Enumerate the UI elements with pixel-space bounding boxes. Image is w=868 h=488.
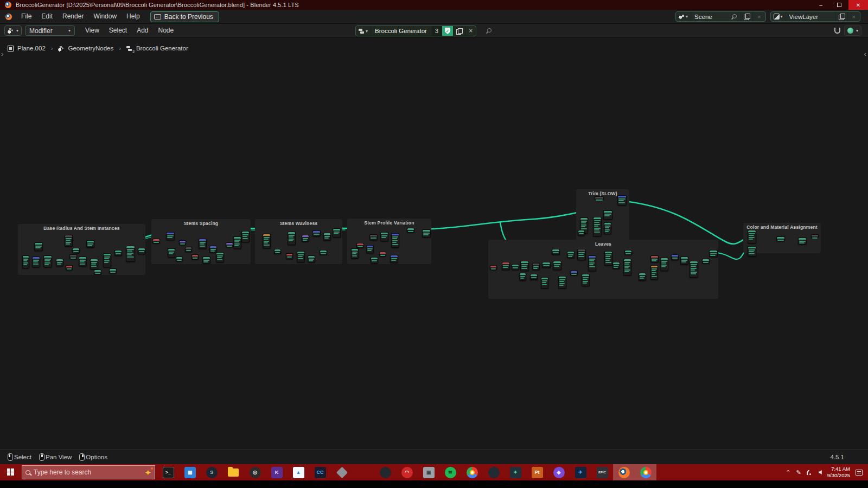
new-tree-button[interactable] (454, 26, 465, 36)
node[interactable] (582, 274, 590, 286)
node[interactable] (422, 229, 431, 237)
node[interactable] (578, 230, 585, 236)
node[interactable] (407, 228, 414, 233)
node[interactable] (639, 273, 646, 281)
taskbar-app-epic-games[interactable]: EPIC (591, 464, 613, 480)
volume-icon[interactable] (819, 470, 822, 474)
editor-menu-add[interactable]: Add (132, 24, 153, 37)
node[interactable] (43, 255, 52, 267)
search-input[interactable] (34, 468, 120, 476)
breadcrumb-item[interactable]: Broccoli Generator (136, 45, 188, 52)
node[interactable] (152, 239, 160, 243)
node[interactable] (126, 246, 135, 262)
node-graph[interactable]: › ‹ Plane.002›GeometryNodes›3Broccoli Ge… (0, 38, 868, 449)
node[interactable] (233, 236, 241, 249)
node[interactable] (32, 256, 40, 267)
menu-help[interactable]: Help (122, 10, 145, 23)
taskbar-app-calculator[interactable]: ▦ (179, 464, 201, 480)
node[interactable] (192, 254, 199, 260)
node[interactable] (34, 242, 43, 251)
node[interactable] (650, 255, 659, 262)
node-frame[interactable]: Stems Spacing (151, 219, 251, 264)
taskbar-search[interactable]: ✦ (22, 465, 155, 479)
node[interactable] (553, 261, 561, 270)
viewlayer-browse-button[interactable]: ▾ (771, 12, 786, 21)
node[interactable] (179, 240, 186, 245)
node[interactable] (552, 249, 560, 255)
node[interactable] (612, 262, 620, 269)
editor-type-dropdown[interactable]: ▾ (4, 25, 22, 36)
node[interactable] (356, 243, 364, 248)
node[interactable] (567, 251, 575, 258)
node[interactable] (176, 256, 183, 261)
node[interactable] (69, 254, 77, 259)
node[interactable] (103, 253, 111, 267)
node[interactable] (274, 249, 281, 254)
node-frame[interactable]: Stems Waviness (255, 219, 342, 264)
node[interactable] (263, 234, 271, 248)
node[interactable] (226, 242, 233, 247)
node[interactable] (690, 261, 698, 278)
close-button[interactable]: ✕ (848, 0, 868, 10)
taskbar-app-file-explorer[interactable] (222, 464, 244, 480)
node[interactable] (308, 255, 315, 262)
fake-user-toggle[interactable]: ✓ (442, 26, 454, 36)
node[interactable] (660, 258, 668, 271)
node[interactable] (709, 250, 718, 257)
editor-menu-select[interactable]: Select (104, 24, 132, 37)
node[interactable] (333, 228, 341, 237)
taskbar-clock[interactable]: 7:41 AM 9/30/2025 (827, 466, 850, 479)
taskbar-app-keyshot[interactable]: K (266, 464, 288, 480)
node[interactable] (593, 217, 602, 236)
taskbar-app-zbrush[interactable]: ▣ (418, 464, 439, 480)
node[interactable] (216, 252, 224, 262)
node[interactable] (288, 232, 296, 245)
node[interactable] (702, 259, 710, 264)
taskbar-app-magicavoxel[interactable]: ◆ (548, 464, 570, 480)
node[interactable] (65, 235, 73, 247)
taskbar-app-app-dark-circle[interactable] (483, 464, 505, 480)
scene-name-field[interactable]: Scene (691, 12, 741, 21)
menu-edit[interactable]: Edit (36, 10, 58, 23)
node[interactable] (671, 254, 679, 260)
taskbar-app-sketchbook[interactable]: ◠ (396, 464, 418, 480)
snapping-icon[interactable] (834, 28, 840, 34)
node[interactable] (577, 249, 586, 260)
taskbar-app-blender[interactable] (613, 464, 635, 480)
node[interactable] (168, 248, 175, 258)
node[interactable] (369, 234, 378, 240)
node[interactable] (114, 250, 122, 256)
taskbar-app-photos[interactable]: ▲ (288, 464, 309, 480)
unlink-tree-button[interactable]: × (465, 27, 476, 35)
node[interactable] (202, 256, 210, 264)
back-to-previous-button[interactable]: ← Back to Previous (150, 11, 219, 22)
node[interactable] (542, 262, 551, 268)
node[interactable] (199, 239, 207, 249)
node[interactable] (798, 237, 807, 245)
node[interactable] (297, 251, 305, 262)
node[interactable] (185, 247, 192, 252)
node[interactable] (650, 265, 658, 280)
node[interactable] (512, 264, 519, 270)
node[interactable] (302, 235, 309, 242)
menu-file[interactable]: File (16, 10, 36, 23)
node[interactable] (490, 265, 497, 270)
delete-viewlayer-button[interactable]: × (847, 12, 860, 21)
minimize-button[interactable]: – (812, 0, 830, 10)
pen-settings-icon[interactable]: ✎ (796, 469, 801, 476)
node[interactable] (380, 232, 388, 241)
node[interactable] (286, 253, 293, 259)
node-frame[interactable]: Color and Material Assignment (743, 223, 821, 253)
node[interactable] (530, 274, 538, 280)
taskbar-app-spotify[interactable]: ≋ (439, 464, 461, 480)
breadcrumb-item[interactable]: GeometryNodes (68, 45, 113, 52)
node[interactable] (541, 277, 548, 288)
node[interactable] (391, 233, 399, 248)
cortana-sparkle-icon[interactable]: ✦ (144, 468, 151, 477)
node[interactable] (90, 259, 98, 269)
node[interactable] (595, 196, 604, 200)
delete-scene-button[interactable]: × (752, 12, 765, 21)
new-viewlayer-button[interactable] (835, 12, 847, 21)
editor-menu-node[interactable]: Node (154, 24, 179, 37)
node[interactable] (603, 210, 612, 220)
